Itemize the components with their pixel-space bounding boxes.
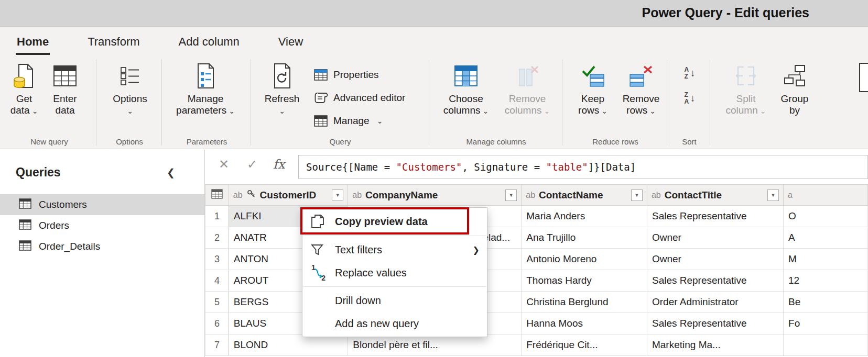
menu-item-add-as-new-query[interactable]: Add as new query (302, 312, 487, 335)
sort-ascending-button[interactable]: AZ ↓ (676, 62, 703, 84)
manage-parameters-button[interactable]: Manage parameters⌄ (167, 60, 244, 117)
cell[interactable]: Owner (647, 249, 783, 270)
keep-rows-button[interactable]: Keep rows⌄ (572, 60, 613, 117)
column-header-customerid[interactable]: ab CustomerID ▼ (229, 185, 348, 206)
cell[interactable]: Fo (784, 313, 868, 334)
remove-columns-button: Remove columns⌄ (498, 60, 557, 117)
copy-icon (311, 214, 330, 229)
cell[interactable]: Sales Representative (647, 206, 783, 227)
remove-rows-button[interactable]: Remove rows⌄ (617, 60, 665, 117)
cell-context-menu: Copy preview data Text filters ❯ 1 2 Rep… (302, 207, 487, 337)
formula-input[interactable]: Source{[Name = "Customers", Signature = … (298, 155, 868, 179)
enter-data-button[interactable]: Enter data (46, 60, 84, 116)
cell[interactable]: Christina Berglund (522, 292, 647, 313)
grid-corner-menu[interactable] (205, 185, 229, 206)
filter-dropdown-button[interactable]: ▼ (332, 189, 343, 201)
arrow-down-icon: ↓ (690, 93, 696, 104)
chevron-down-icon: ⌄ (32, 107, 38, 115)
remove-columns-icon (515, 60, 539, 92)
ribbon: Get data⌄ Enter data New query Options ⌄… (0, 55, 868, 149)
cell[interactable] (784, 334, 868, 356)
manage-button[interactable]: Manage ⌄ (313, 110, 383, 131)
cell[interactable]: Maria Anders (522, 206, 647, 227)
chevron-down-icon: ⌄ (279, 105, 285, 117)
filter-dropdown-button[interactable]: ▼ (631, 189, 643, 201)
group-separator (667, 59, 667, 146)
cell[interactable]: Owner (647, 227, 783, 249)
group-separator (710, 59, 710, 146)
cancel-icon[interactable]: ✕ (219, 157, 229, 172)
menu-item-drill-down[interactable]: Drill down (302, 289, 487, 312)
row-number[interactable]: 5 (205, 292, 229, 313)
refresh-button[interactable]: Refresh ⌄ (258, 60, 306, 117)
group-by-button[interactable]: Group by (776, 60, 813, 116)
table-icon (19, 198, 31, 211)
keep-rows-icon (581, 60, 605, 92)
text-type-icon: ab (352, 191, 362, 200)
cell[interactable]: Frédérique Cit... (522, 334, 647, 356)
row-number[interactable]: 7 (205, 334, 229, 356)
text-type-icon: ab (652, 191, 661, 200)
tab-transform[interactable]: Transform (86, 29, 140, 55)
chevron-down-icon: ⌄ (483, 107, 489, 115)
cell[interactable]: Blondel père et fil... (348, 334, 522, 356)
column-header-contactname[interactable]: ab ContactName ▼ (522, 185, 647, 206)
arrow-down-icon: ↓ (690, 68, 696, 79)
cell[interactable]: Marketing Ma... (647, 334, 783, 356)
queries-pane-header: Queries ❮ (0, 150, 204, 180)
filter-dropdown-button[interactable]: ▼ (767, 189, 779, 201)
row-number[interactable]: 3 (205, 249, 229, 270)
query-item-order-details[interactable]: Order_Details (0, 236, 204, 257)
group-separator (429, 59, 429, 146)
cell[interactable]: Hanna Moos (522, 313, 647, 334)
cell[interactable]: BLOND (229, 334, 348, 356)
query-item-customers[interactable]: Customers (0, 194, 204, 215)
cell[interactable]: 12 (784, 270, 868, 292)
cell[interactable]: Sales Representative (647, 270, 783, 292)
row-number[interactable]: 1 (205, 206, 229, 227)
group-label-reduce-rows: Reduce rows (565, 137, 666, 146)
tab-add-column[interactable]: Add column (178, 29, 241, 55)
menu-item-copy-preview-data[interactable]: Copy preview data (302, 209, 487, 233)
chevron-down-icon: ⌄ (760, 107, 766, 115)
commit-icon[interactable]: ✓ (247, 157, 257, 172)
formula-bar: ✕ ✓ fx Source{[Name = "Customers", Signa… (205, 150, 868, 184)
group-label-sort: Sort (669, 137, 709, 146)
cell[interactable]: Ana Trujillo (522, 227, 647, 249)
sort-descending-button[interactable]: ZA ↓ (676, 87, 703, 109)
queries-pane-title: Queries (16, 165, 61, 180)
menu-item-replace-values[interactable]: 1 2 Replace values (302, 261, 487, 284)
cell[interactable]: Order Administrator (647, 292, 783, 313)
row-number[interactable]: 6 (205, 313, 229, 334)
cell[interactable]: Thomas Hardy (522, 270, 647, 292)
advanced-editor-button[interactable]: Advanced editor (313, 87, 405, 108)
row-number[interactable]: 4 (205, 270, 229, 292)
cell[interactable]: Sales Representative (647, 313, 783, 334)
filter-funnel-icon (311, 243, 330, 256)
query-item-orders[interactable]: Orders (0, 215, 204, 236)
collapse-pane-icon[interactable]: ❮ (167, 166, 175, 178)
menu-item-text-filters[interactable]: Text filters ❯ (302, 238, 487, 261)
column-header-companyname[interactable]: ab CompanyName ▼ (348, 185, 522, 206)
text-type-icon: ab (526, 191, 535, 200)
cell[interactable]: M (784, 249, 868, 270)
choose-columns-button[interactable]: Choose columns⌄ (439, 60, 493, 117)
cell[interactable]: Be (784, 292, 868, 313)
partial-ribbon-button[interactable] (855, 62, 868, 95)
group-separator (251, 59, 251, 146)
cell[interactable]: O (784, 206, 868, 227)
key-icon (246, 189, 256, 202)
column-header-partial[interactable]: a (784, 185, 868, 206)
filter-dropdown-button[interactable]: ▼ (505, 189, 517, 201)
row-number[interactable]: 2 (205, 227, 229, 249)
submenu-arrow-icon: ❯ (473, 245, 480, 255)
tab-home[interactable]: Home (16, 29, 50, 55)
group-label-query: Query (253, 137, 428, 146)
column-header-contacttitle[interactable]: ab ContactTitle ▼ (647, 185, 783, 206)
options-button[interactable]: Options ⌄ (106, 60, 154, 117)
properties-button[interactable]: Properties (313, 64, 379, 85)
cell[interactable]: Antonio Moreno (522, 249, 647, 270)
tab-view[interactable]: View (277, 29, 304, 55)
get-data-button[interactable]: Get data⌄ (7, 60, 41, 117)
cell[interactable]: A (784, 227, 868, 249)
